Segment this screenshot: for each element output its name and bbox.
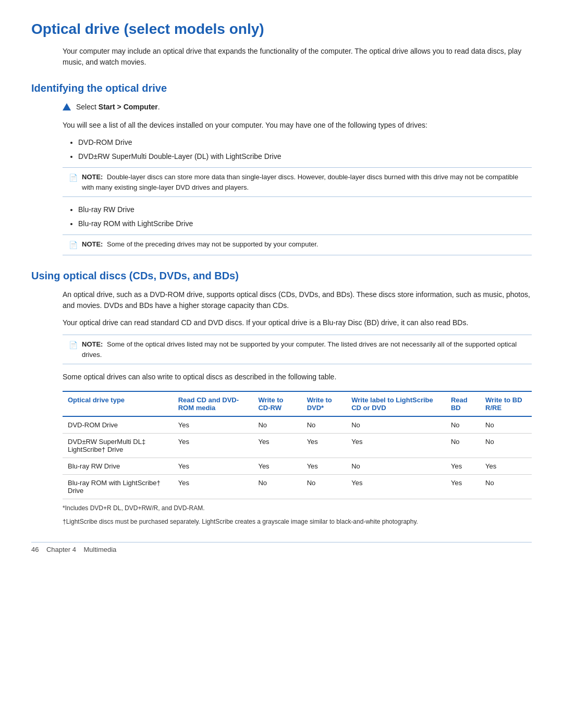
table-cell-value: Yes	[302, 434, 347, 458]
table-cell-value: No	[446, 434, 480, 458]
note-text-3: NOTE: Some of the optical drives listed …	[82, 339, 525, 360]
table-cell-value: No	[480, 434, 532, 458]
table-cell-value: No	[346, 416, 446, 434]
note-label-2: NOTE:	[82, 240, 103, 248]
footer-page-number: 46	[31, 546, 39, 553]
section2-para3: Some optical drives can also write to op…	[63, 372, 532, 382]
note-label-1: NOTE:	[82, 173, 103, 181]
table-cell-value: Yes	[173, 458, 253, 475]
table-cell-value: No	[446, 416, 480, 434]
section2-para2: Your optical drive can read standard CD …	[63, 317, 532, 328]
table-cell-value: No	[302, 416, 347, 434]
table-header-write-dvd: Write to DVD*	[302, 391, 347, 416]
note-text-2: NOTE: Some of the preceding drives may n…	[82, 239, 318, 250]
table-cell-value: No	[253, 416, 301, 434]
page-footer: 46 Chapter 4 Multimedia	[31, 542, 532, 553]
note-icon-1: 📄	[69, 172, 78, 183]
table-cell-value: Yes	[346, 434, 446, 458]
table-header-write-label: Write label to LightScribe CD or DVD	[346, 391, 446, 416]
note-text-1: NOTE: Double-layer discs can store more …	[82, 172, 525, 192]
table-row: DVD±RW SuperMulti DL‡ LightScribe† Drive…	[63, 434, 532, 458]
warning-icon	[63, 103, 71, 110]
note-icon-3: 📄	[69, 340, 78, 351]
table-row: Blu-ray ROM with LightScribe† DriveYesNo…	[63, 475, 532, 499]
table-header-read-bd: Read BD	[446, 391, 480, 416]
table-header-read-cd: Read CD and DVD-ROM media	[173, 391, 253, 416]
table-cell-value: No	[253, 475, 301, 499]
table-cell-value: No	[480, 416, 532, 434]
list-item: Blu-ray RW Drive	[78, 204, 532, 215]
section2-para1: An optical drive, such as a DVD-ROM driv…	[63, 289, 532, 311]
table-header-write-cdrw: Write to CD-RW	[253, 391, 301, 416]
page-title: Optical drive (select models only)	[31, 21, 532, 38]
note-icon-2: 📄	[69, 240, 78, 251]
footer-section: Multimedia	[83, 546, 116, 553]
table-cell-value: No	[480, 475, 532, 499]
table-cell-drive: DVD-ROM Drive	[63, 416, 173, 434]
footnote-2: †LightScribe discs must be purchased sep…	[63, 517, 532, 526]
intro-paragraph: Your computer may include an optical dri…	[63, 46, 532, 68]
table-cell-value: Yes	[346, 475, 446, 499]
table-cell-value: No	[346, 458, 446, 475]
table-cell-value: Yes	[446, 458, 480, 475]
drives-intro-text: You will see a list of all the devices i…	[63, 120, 532, 131]
table-cell-value: Yes	[480, 458, 532, 475]
note-box-3: 📄 NOTE: Some of the optical drives liste…	[63, 335, 532, 364]
table-cell-value: Yes	[253, 434, 301, 458]
optical-drive-table: Optical drive type Read CD and DVD-ROM m…	[63, 391, 532, 499]
drives-list-1: DVD-ROM Drive DVD±RW SuperMulti Double-L…	[78, 137, 532, 162]
table-header-drive-type: Optical drive type	[63, 391, 173, 416]
table-cell-value: No	[302, 475, 347, 499]
warning-bold: Start > Computer	[99, 103, 158, 111]
table-cell-value: Yes	[173, 416, 253, 434]
table-cell-value: Yes	[173, 475, 253, 499]
table-header-write-bd: Write to BD R/RE	[480, 391, 532, 416]
list-item: DVD±RW SuperMulti Double-Layer (DL) with…	[78, 151, 532, 162]
section2-heading: Using optical discs (CDs, DVDs, and BDs)	[31, 270, 532, 282]
table-row: DVD-ROM DriveYesNoNoNoNoNo	[63, 416, 532, 434]
table-cell-value: Yes	[446, 475, 480, 499]
note-box-1: 📄 NOTE: Double-layer discs can store mor…	[63, 167, 532, 197]
note-content-2: Some of the preceding drives may not be …	[107, 240, 318, 248]
table-cell-drive: Blu-ray RW Drive	[63, 458, 173, 475]
footnote-1: *Includes DVD+R DL, DVD+RW/R, and DVD-RA…	[63, 503, 532, 513]
list-item: Blu-ray ROM with LightScribe Drive	[78, 218, 532, 229]
footer-chapter: Chapter 4	[46, 546, 76, 553]
warning-step: Select Start > Computer.	[63, 102, 532, 113]
table-row: Blu-ray RW DriveYesYesYesNoYesYes	[63, 458, 532, 475]
table-cell-value: Yes	[253, 458, 301, 475]
table-cell-drive: Blu-ray ROM with LightScribe† Drive	[63, 475, 173, 499]
table-cell-drive: DVD±RW SuperMulti DL‡ LightScribe† Drive	[63, 434, 173, 458]
section1-heading: Identifying the optical drive	[31, 82, 532, 94]
warning-step-text: Select Start > Computer.	[76, 102, 160, 113]
drives-list-2: Blu-ray RW Drive Blu-ray ROM with LightS…	[78, 204, 532, 229]
table-cell-value: Yes	[173, 434, 253, 458]
note-content-1: Double-layer discs can store more data t…	[82, 173, 518, 191]
table-cell-value: Yes	[302, 458, 347, 475]
note-box-2: 📄 NOTE: Some of the preceding drives may…	[63, 235, 532, 255]
note-content-3: Some of the optical drives listed may no…	[82, 340, 517, 359]
note-label-3: NOTE:	[82, 340, 103, 348]
list-item: DVD-ROM Drive	[78, 137, 532, 148]
